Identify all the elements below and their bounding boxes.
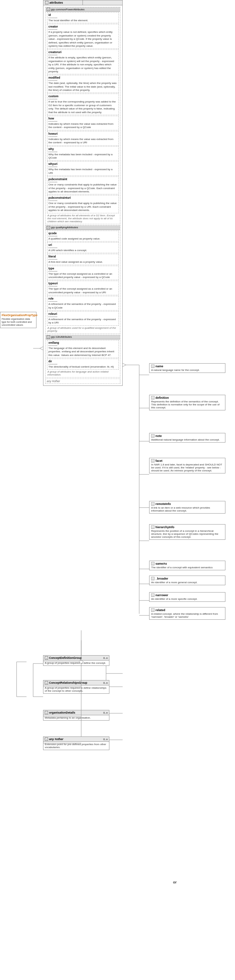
organisation-details-box: - organisationDetails 0..n Metadata pert… [43, 710, 110, 721]
right-box-narrower: □ narrower An identifier of a more speci… [149, 592, 225, 602]
right-box-facet-header: □ facet [151, 459, 223, 463]
field-creatoruri-name: creatoruri [48, 51, 118, 54]
field-dir-name: dir [48, 360, 118, 363]
sameas-desc: The identifier of a concept with equival… [151, 566, 223, 569]
broader-icon: □ [151, 577, 154, 580]
related-title: related [156, 608, 165, 612]
page-title: attributes [49, 1, 63, 4]
right-box-definition: □ definition Represents the definition o… [149, 395, 225, 410]
note-desc: Additional natural language information … [151, 438, 223, 441]
broader-desc: An identifier of a more general concept. [151, 581, 223, 584]
right-box-name: □ name A natural language name for the c… [149, 363, 225, 373]
sameas-title: sameAs [156, 562, 167, 565]
field-roleuri-desc: A refinement of the semantics of the pro… [48, 318, 118, 325]
concept-definition-header: - ConceptDefinitionGroup 0..n [43, 655, 109, 660]
field-howuri-desc: Indicates by which means the value was e… [48, 138, 118, 145]
field-type-desc: The type of the concept assigned as a co… [48, 272, 118, 279]
field-qcode-name: qcode [48, 232, 118, 235]
field-type-dots: ▪▪▪▪▪▪▪▪ [48, 270, 118, 272]
i18n-expand-icon[interactable]: - [47, 336, 50, 339]
field-whyuri-name: whyuri [48, 162, 118, 165]
field-id-desc: The local identifier of the element. [48, 19, 118, 22]
concept-relationships-expand-icon[interactable]: - [45, 681, 48, 684]
any-other-expand-icon[interactable]: - [45, 738, 48, 741]
field-how-desc: Indicates by which means the value was e… [48, 123, 118, 129]
field-typeuri-dots: ▪▪▪▪▪▪▪▪ [48, 285, 118, 287]
field-dir-dots: ▪▪▪▪▪▪▪▪ [48, 363, 118, 365]
field-pubconstrainturi-name: pubconstrainturi [48, 196, 118, 199]
field-howuri-name: howuri [48, 132, 118, 135]
field-why-name: why [48, 147, 118, 151]
field-typeuri-desc: The type of the concept assigned as a co… [48, 287, 118, 294]
remoteinfo-icon: □ [151, 502, 154, 506]
right-box-related-header: □ related [151, 608, 223, 612]
field-why-dots: ▪▪▪▪▪▪▪▪ [48, 151, 118, 153]
field-role: role ▪▪▪▪▪▪▪▪ A refinement of the semant… [47, 296, 119, 310]
bottom-connectors-svg [0, 630, 235, 829]
concept-definition-expand-icon[interactable]: - [45, 656, 48, 660]
field-pubconstraint: pubconstraint ▪▪▪▪▪▪▪▪ One or many const… [47, 177, 119, 194]
qualifying-expand-icon[interactable]: - [47, 226, 50, 229]
field-type: type ▪▪▪▪▪▪▪▪ The type of the concept as… [47, 266, 119, 280]
name-desc: A natural language name for the concept. [151, 369, 223, 372]
field-how-name: how [48, 117, 118, 120]
field-xmllang: xmllang ▪▪▪▪▪▪▪▪ The language of this el… [47, 340, 119, 358]
note-title: note [156, 434, 162, 438]
facet-icon: □ [151, 459, 154, 463]
field-dir-desc: The directionality of textual content (e… [48, 365, 118, 369]
field-whyuri-desc: Why the metadata has been included - exp… [48, 168, 118, 175]
field-creatoruri-dots: ▪▪▪▪▪▪▪▪ [48, 54, 118, 56]
concept-definition-group-box: - ConceptDefinitionGroup 0..n A group of… [43, 655, 110, 666]
field-literal: literal ▪▪▪▪▪▪▪▪ A free-text value assig… [47, 254, 119, 265]
left-label-box: FlexOrganisationPropType Flexible organi… [0, 312, 37, 328]
field-roleuri: roleuri ▪▪▪▪▪▪▪▪ A refinement of the sem… [47, 311, 119, 326]
field-creator-desc: If a property value is not defined, spec… [48, 30, 118, 48]
any-other-title: any #other [49, 738, 63, 741]
field-qcode: qcode ▪▪▪▪▪▪▪▪ A qualified code assigned… [47, 231, 119, 242]
field-typeuri-name: typeuri [48, 282, 118, 285]
field-literal-desc: A free-text value assigned as a property… [48, 261, 118, 264]
main-attributes-box: - attributes - grp commonPowerAttributes… [43, 0, 123, 386]
hierarchyinfo-title: hierarchyInfo [156, 525, 174, 529]
common-expand-icon[interactable]: - [47, 8, 50, 11]
organisation-details-expand-icon[interactable]: - [45, 711, 48, 714]
or-label: or [164, 873, 185, 891]
field-creator-dots: ▪▪▪▪▪▪▪▪ [48, 28, 118, 30]
any-other-box: - any #other 0..n Extension point for pr… [43, 737, 110, 750]
field-dir: dir ▪▪▪▪▪▪▪▪ The directionality of textu… [47, 359, 119, 369]
common-power-attrs-title: grp commonPowerAttributes [51, 8, 84, 11]
main-box-content: - grp commonPowerAttributes id ▪▪▪▪▪▪▪▪ … [43, 5, 122, 385]
left-label-desc: Flexible organisation data type for both… [2, 318, 35, 326]
concept-relationships-desc: A group of properties required to define… [43, 686, 109, 694]
name-title: name [156, 364, 164, 368]
concept-relationships-multiplicity: 0..n [103, 681, 108, 684]
field-role-dots: ▪▪▪▪▪▪▪▪ [48, 300, 118, 302]
qualifying-attrs-group: - grp qualifyingAttributes qcode ▪▪▪▪▪▪▪… [45, 225, 120, 334]
hierarchyinfo-desc: Represents the position of a concept in … [151, 530, 223, 538]
right-box-broader-header: □ _broader [151, 577, 223, 580]
field-custom: custom ▪▪▪▪▪▪▪▪ If set to true the corre… [47, 94, 119, 115]
field-id-dots: ▪▪▪▪▪▪▪▪ [48, 17, 118, 19]
facet-title: facet [156, 459, 162, 463]
title-bar: - attributes [43, 0, 83, 5]
field-typeuri: typeuri ▪▪▪▪▪▪▪▪ The type of the concept… [47, 281, 119, 295]
field-custom-name: custom [48, 95, 118, 98]
qualifying-attrs-footer: A group of attributes used for a qualifi… [48, 326, 118, 332]
right-box-narrower-header: □ narrower [151, 593, 223, 597]
narrower-desc: An identifier of a more specific concept… [151, 598, 223, 600]
field-modified: modified ▪▪▪▪▪▪▪▪ The date (and, optiona… [47, 75, 119, 93]
title-expand-icon[interactable]: - [45, 1, 48, 4]
field-modified-name: modified [48, 76, 118, 79]
concept-definition-title: ConceptDefinitionGroup [49, 656, 82, 660]
field-pubconstraint-dots: ▪▪▪▪▪▪▪▪ [48, 181, 118, 183]
any-other-header: - any #other 0..n [43, 737, 109, 742]
field-pubconstraint-name: pubconstraint [48, 178, 118, 181]
related-desc: A related concept, where the relationshi… [151, 612, 223, 618]
organisation-details-header: - organisationDetails 0..n [43, 710, 109, 715]
field-id: id ▪▪▪▪▪▪▪▪ The local identifier of the … [47, 12, 119, 23]
field-uri: uri ▪▪▪▪▪▪▪▪ A URI which identifies a co… [47, 242, 119, 253]
field-uri-name: uri [48, 243, 118, 247]
field-whyuri-dots: ▪▪▪▪▪▪▪▪ [48, 165, 118, 168]
right-box-hierarchyinfo: □ hierarchyInfo Represents the position … [149, 524, 225, 540]
any-other-field: any #other [45, 379, 120, 384]
